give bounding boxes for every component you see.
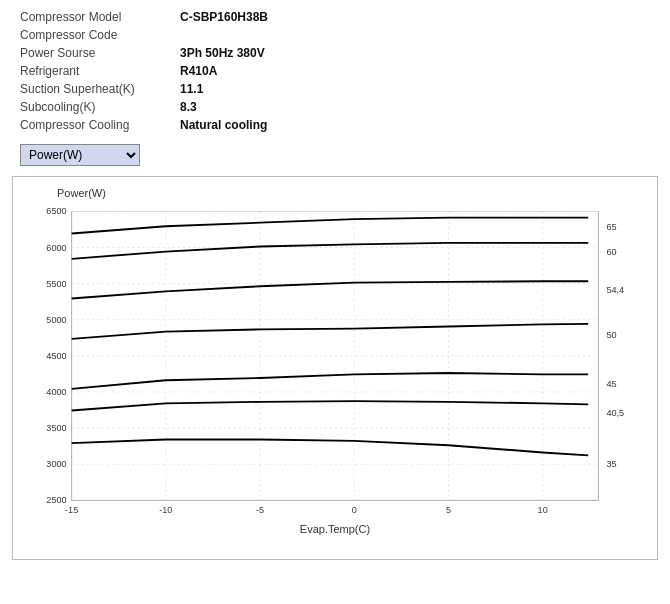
chart-svg: 6500 6000 5500 5000 4500 4000 3500 3000 … [21, 201, 649, 521]
svg-text:65: 65 [606, 222, 616, 232]
label-compressor-model: Compressor Model [20, 10, 180, 24]
svg-text:3500: 3500 [46, 423, 66, 433]
value-compressor-model: C-SBP160H38B [180, 10, 268, 24]
chart-type-dropdown[interactable]: Power(W) Current(A) Capacity(W) COP [20, 144, 140, 166]
chart-container: Power(W) [12, 176, 658, 560]
svg-text:5: 5 [446, 505, 451, 515]
svg-text:5500: 5500 [46, 279, 66, 289]
svg-text:10: 10 [538, 505, 548, 515]
value-refrigerant: R410A [180, 64, 217, 78]
row-compressor-cooling: Compressor Cooling Natural cooling [20, 116, 650, 134]
row-refrigerant: Refrigerant R410A [20, 62, 650, 80]
svg-text:50: 50 [606, 330, 616, 340]
svg-text:0: 0 [352, 505, 357, 515]
label-subcooling: Subcooling(K) [20, 100, 180, 114]
svg-text:-15: -15 [65, 505, 78, 515]
label-suction-superheat: Suction Superheat(K) [20, 82, 180, 96]
svg-text:5000: 5000 [46, 315, 66, 325]
row-compressor-code: Compressor Code [20, 26, 650, 44]
svg-text:4000: 4000 [46, 387, 66, 397]
svg-text:6500: 6500 [46, 206, 66, 216]
chart-area: 6500 6000 5500 5000 4500 4000 3500 3000 … [21, 201, 649, 521]
row-power-source: Power Sourse 3Ph 50Hz 380V [20, 44, 650, 62]
value-power-source: 3Ph 50Hz 380V [180, 46, 265, 60]
svg-text:40,5: 40,5 [606, 408, 624, 418]
svg-text:60: 60 [606, 247, 616, 257]
value-compressor-cooling: Natural cooling [180, 118, 267, 132]
svg-text:-5: -5 [256, 505, 264, 515]
label-compressor-cooling: Compressor Cooling [20, 118, 180, 132]
svg-text:54,4: 54,4 [606, 285, 624, 295]
info-table: Compressor Model C-SBP160H38B Compressor… [0, 0, 670, 138]
svg-text:6000: 6000 [46, 242, 66, 252]
row-subcooling: Subcooling(K) 8.3 [20, 98, 650, 116]
svg-text:35: 35 [606, 459, 616, 469]
svg-text:45: 45 [606, 379, 616, 389]
value-suction-superheat: 11.1 [180, 82, 203, 96]
x-axis-label: Evap.Temp(C) [21, 523, 649, 535]
chart-title: Power(W) [21, 187, 649, 199]
value-subcooling: 8.3 [180, 100, 197, 114]
label-compressor-code: Compressor Code [20, 28, 180, 42]
row-compressor-model: Compressor Model C-SBP160H38B [20, 8, 650, 26]
row-suction-superheat: Suction Superheat(K) 11.1 [20, 80, 650, 98]
svg-text:4500: 4500 [46, 351, 66, 361]
svg-text:2500: 2500 [46, 495, 66, 505]
dropdown-row[interactable]: Power(W) Current(A) Capacity(W) COP [0, 138, 670, 172]
label-power-source: Power Sourse [20, 46, 180, 60]
svg-text:-10: -10 [159, 505, 172, 515]
label-refrigerant: Refrigerant [20, 64, 180, 78]
svg-text:3000: 3000 [46, 459, 66, 469]
